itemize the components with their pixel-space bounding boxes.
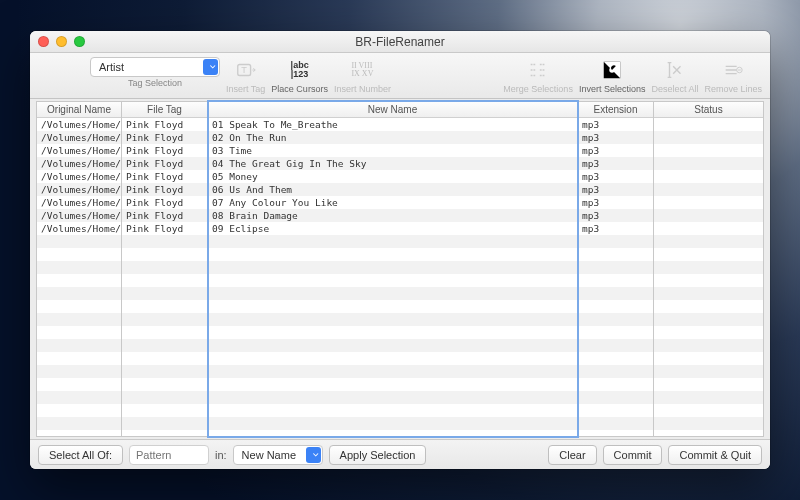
col-extension-header[interactable]: Extension [578,102,653,118]
apply-selection-button[interactable]: Apply Selection [329,445,427,465]
cell-newname[interactable] [208,404,577,417]
cell-filetag[interactable] [122,235,207,248]
cell-status[interactable] [654,287,763,300]
in-select[interactable]: New Name [233,445,323,465]
cell-status[interactable] [654,248,763,261]
minimize-icon[interactable] [56,36,67,47]
col-original-rows[interactable]: /Volumes/Home//Volumes/Home//Volumes/Hom… [37,118,121,436]
cell-filetag[interactable] [122,391,207,404]
cell-newname[interactable]: 08 Brain Damage [208,209,577,222]
cell-status[interactable] [654,118,763,131]
cell-original[interactable]: /Volumes/Home/ [37,131,121,144]
cell-original[interactable] [37,404,121,417]
cell-newname[interactable] [208,287,577,300]
cell-filetag[interactable] [122,352,207,365]
cell-extension[interactable] [578,235,653,248]
cell-newname[interactable] [208,235,577,248]
cell-extension[interactable] [578,391,653,404]
merge-selections-button[interactable] [523,57,553,83]
cell-extension[interactable]: mp3 [578,118,653,131]
col-filetag-rows[interactable]: Pink FloydPink FloydPink FloydPink Floyd… [122,118,207,436]
cell-filetag[interactable]: Pink Floyd [122,144,207,157]
cell-original[interactable]: /Volumes/Home/ [37,144,121,157]
cell-original[interactable] [37,248,121,261]
cell-status[interactable] [654,404,763,417]
cell-newname[interactable] [208,339,577,352]
cell-filetag[interactable]: Pink Floyd [122,157,207,170]
insert-number-button[interactable]: II VIIIIX XV [347,57,377,83]
cell-filetag[interactable] [122,287,207,300]
cell-status[interactable] [654,222,763,235]
commit-quit-button[interactable]: Commit & Quit [668,445,762,465]
cell-original[interactable]: /Volumes/Home/ [37,170,121,183]
pattern-input[interactable] [129,445,209,465]
cell-newname[interactable]: 05 Money [208,170,577,183]
cell-status[interactable] [654,326,763,339]
cell-original[interactable] [37,235,121,248]
col-extension-rows[interactable]: mp3mp3mp3mp3mp3mp3mp3mp3mp3 [578,118,653,436]
clear-button[interactable]: Clear [548,445,596,465]
cell-extension[interactable]: mp3 [578,131,653,144]
deselect-all-button[interactable] [660,57,690,83]
cell-filetag[interactable]: Pink Floyd [122,183,207,196]
cell-original[interactable] [37,287,121,300]
cell-original[interactable] [37,365,121,378]
cell-extension[interactable]: mp3 [578,183,653,196]
cell-filetag[interactable] [122,404,207,417]
cell-filetag[interactable]: Pink Floyd [122,196,207,209]
cell-filetag[interactable] [122,300,207,313]
cell-filetag[interactable]: Pink Floyd [122,118,207,131]
cell-status[interactable] [654,365,763,378]
cell-original[interactable] [37,417,121,430]
cell-original[interactable] [37,339,121,352]
cell-status[interactable] [654,261,763,274]
cell-status[interactable] [654,209,763,222]
cell-filetag[interactable] [122,365,207,378]
commit-button[interactable]: Commit [603,445,663,465]
cell-newname[interactable] [208,352,577,365]
cell-original[interactable] [37,261,121,274]
cell-original[interactable] [37,274,121,287]
cell-filetag[interactable] [122,417,207,430]
cell-original[interactable]: /Volumes/Home/ [37,118,121,131]
cell-extension[interactable] [578,261,653,274]
cell-filetag[interactable] [122,378,207,391]
place-cursors-button[interactable]: |abc|123 [285,57,315,83]
cell-filetag[interactable]: Pink Floyd [122,222,207,235]
cell-filetag[interactable]: Pink Floyd [122,131,207,144]
cell-extension[interactable]: mp3 [578,196,653,209]
cell-extension[interactable] [578,378,653,391]
cell-status[interactable] [654,144,763,157]
cell-original[interactable]: /Volumes/Home/ [37,222,121,235]
cell-newname[interactable] [208,313,577,326]
cell-newname[interactable] [208,261,577,274]
cell-original[interactable]: /Volumes/Home/ [37,196,121,209]
col-newname-header[interactable]: New Name [208,102,577,118]
cell-filetag[interactable] [122,248,207,261]
cell-newname[interactable] [208,274,577,287]
cell-original[interactable] [37,300,121,313]
cell-newname[interactable]: 07 Any Colour You Like [208,196,577,209]
cell-extension[interactable]: mp3 [578,157,653,170]
cell-newname[interactable] [208,430,577,436]
cell-status[interactable] [654,352,763,365]
cell-extension[interactable] [578,430,653,436]
cell-original[interactable]: /Volumes/Home/ [37,209,121,222]
cell-extension[interactable] [578,287,653,300]
cell-original[interactable] [37,430,121,436]
cell-extension[interactable]: mp3 [578,222,653,235]
close-icon[interactable] [38,36,49,47]
col-newname-rows[interactable]: 01 Speak To Me_Breathe02 On The Run03 Ti… [208,118,577,436]
cell-original[interactable] [37,391,121,404]
select-all-of-button[interactable]: Select All Of: [38,445,123,465]
cell-filetag[interactable] [122,430,207,436]
cell-extension[interactable]: mp3 [578,209,653,222]
cell-newname[interactable] [208,365,577,378]
col-filetag-header[interactable]: File Tag [122,102,207,118]
cell-filetag[interactable] [122,313,207,326]
cell-status[interactable] [654,196,763,209]
cell-extension[interactable] [578,417,653,430]
remove-lines-button[interactable] [718,57,748,83]
cell-original[interactable] [37,352,121,365]
cell-original[interactable] [37,326,121,339]
